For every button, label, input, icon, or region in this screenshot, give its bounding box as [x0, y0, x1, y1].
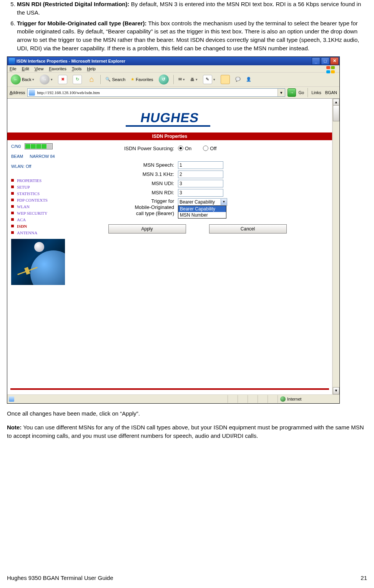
trigger-dropdown: Bearer Capability MSN Number	[178, 205, 226, 219]
search-button[interactable]: 🔍Search	[103, 76, 127, 83]
list-item-6: Trigger for Mobile-Originated call type …	[17, 19, 367, 53]
apply-button[interactable]: Apply	[108, 224, 186, 234]
list-item-5: MSN RDI (Restricted Digital Information)…	[17, 0, 367, 17]
menubar: File Edit View Favorites Tools Help	[7, 65, 339, 73]
go-button[interactable]: →	[288, 88, 296, 97]
address-input-wrap[interactable]: ▾	[27, 88, 285, 97]
bullet-icon	[11, 192, 14, 195]
satellite-image	[11, 239, 65, 285]
zone-label: Internet	[287, 397, 301, 401]
sidebar-item-setup[interactable]: SETUP	[11, 185, 69, 189]
sidebar-item-label: PROPERTIES	[17, 178, 42, 183]
webpage: HUGHES ISDN Properties C/N0 BEAM	[7, 99, 332, 394]
forward-button[interactable]: →▾	[38, 74, 55, 85]
menu-edit[interactable]: Edit	[22, 66, 29, 71]
bullet-icon	[11, 179, 14, 182]
sidebar-item-label: SETUP	[17, 185, 30, 189]
trigger-option-bearer[interactable]: Bearer Capability	[178, 206, 226, 212]
msn-speech-label: MSN Speech:	[74, 162, 178, 168]
history-button[interactable]: ↺	[157, 74, 171, 85]
back-label: Back	[22, 77, 31, 82]
messenger-button[interactable]: 👤	[244, 76, 253, 83]
bullet-icon	[11, 218, 14, 221]
trigger-select-value: Bearer Capability	[180, 199, 215, 205]
signal-bar	[25, 143, 53, 149]
address-dropdown[interactable]: ▾	[278, 89, 285, 96]
sidebar-item-aca[interactable]: ACA	[11, 217, 69, 222]
sidebar-item-wep-security[interactable]: WEP SECURITY	[11, 211, 69, 215]
after-note: Note: You can use different MSNs for any…	[7, 423, 367, 440]
trigger-label: Trigger for Mobile-Originated call type …	[74, 198, 178, 217]
favorites-button[interactable]: ★Favorites	[129, 76, 155, 83]
trig-l2: Mobile-Originated	[135, 204, 174, 210]
hughes-logo-text: HUGHES	[139, 110, 200, 125]
globe-icon	[280, 396, 286, 402]
menu-tools[interactable]: Tools	[72, 66, 82, 71]
note-lead: Note:	[7, 424, 22, 431]
scroll-thumb[interactable]	[333, 105, 339, 121]
sidebar-item-properties[interactable]: PROPERTIES	[11, 178, 69, 183]
links-label: Links	[311, 90, 321, 95]
isdn-properties-banner: ISDN Properties	[7, 133, 332, 140]
msn-31khz-label: MSN 3.1 KHz:	[74, 171, 178, 177]
radio-off[interactable]	[203, 146, 208, 151]
radio-on[interactable]	[178, 146, 183, 151]
mail-button[interactable]: ✉▾	[176, 76, 187, 83]
note-body: You can use different MSNs for any of th…	[7, 424, 364, 439]
windows-flag-icon	[326, 66, 338, 74]
sidebar-item-label: ACA	[17, 217, 26, 222]
back-button[interactable]: ←Back▾	[9, 74, 36, 85]
msn-speech-input[interactable]	[178, 161, 223, 169]
msn-udi-input[interactable]	[178, 180, 223, 187]
item6-lead: Trigger for Mobile-Originated call type …	[17, 20, 147, 27]
sidebar-item-isdn[interactable]: ISDN	[11, 224, 69, 229]
footer-left: Hughes 9350 BGAN Terminal User Guide	[7, 575, 113, 581]
sidebar-item-pdp-contexts[interactable]: PDP CONTEXTS	[11, 198, 69, 202]
minimize-button[interactable]: _	[312, 57, 320, 65]
vertical-scrollbar[interactable]: ▲ ▼	[332, 99, 339, 394]
cancel-button[interactable]: Cancel	[209, 224, 287, 234]
menu-help[interactable]: Help	[87, 66, 96, 71]
item5-lead: MSN RDI (Restricted Digital Information)…	[17, 1, 130, 7]
link-bgan-label: BGAN	[325, 90, 337, 95]
menu-file[interactable]: File	[10, 66, 17, 71]
beam-label: BEAM	[11, 154, 23, 159]
home-button[interactable]: ⌂	[85, 75, 98, 84]
msn-udi-label: MSN UDI:	[74, 181, 178, 186]
sidebar-item-label: WEP SECURITY	[17, 211, 47, 215]
bullet-icon	[11, 212, 14, 214]
sidebar-item-label: STATISTICS	[17, 191, 40, 196]
edit-button[interactable]: ✎▾	[201, 74, 217, 85]
menu-favorites[interactable]: Favorites	[49, 66, 66, 71]
address-label: Address	[10, 90, 25, 95]
close-button[interactable]: ✕	[330, 57, 339, 65]
refresh-button[interactable]: ↻	[71, 74, 84, 85]
search-label: Search	[112, 77, 125, 82]
url-input[interactable]	[36, 90, 278, 95]
stop-button[interactable]: ✖	[56, 74, 69, 85]
sidebar-item-antenna[interactable]: ANTENNA	[11, 230, 69, 235]
msn-rdi-input[interactable]	[178, 189, 223, 197]
folder-button[interactable]	[219, 74, 232, 85]
footer-right: 21	[361, 575, 367, 581]
red-divider	[10, 388, 329, 390]
trigger-select[interactable]: Bearer Capability ▼	[178, 198, 227, 206]
sidebar-item-wlan[interactable]: WLAN	[11, 204, 69, 209]
numbered-list: MSN RDI (Restricted Digital Information)…	[7, 0, 367, 53]
trigger-option-msn[interactable]: MSN Number	[178, 212, 226, 218]
msn-31khz-input[interactable]	[178, 171, 223, 178]
go-label: Go	[298, 90, 304, 95]
scroll-down-arrow[interactable]: ▼	[333, 387, 339, 394]
page-footer: Hughes 9350 BGAN Terminal User Guide 21	[7, 575, 367, 581]
nav-list: PROPERTIESSETUPSTATISTICSPDP CONTEXTSWLA…	[11, 178, 69, 235]
bullet-icon	[11, 225, 14, 227]
print-button[interactable]: 🖶▾	[188, 76, 199, 83]
menu-view[interactable]: View	[35, 66, 44, 71]
sidebar-item-label: WLAN	[17, 204, 30, 209]
after-p1: Once all changes have been made, click o…	[7, 409, 367, 418]
maximize-button[interactable]: □	[321, 57, 329, 65]
sidebar-item-statistics[interactable]: STATISTICS	[11, 191, 69, 196]
discuss-button[interactable]: 💬	[233, 76, 243, 83]
hughes-logo: HUGHES	[126, 110, 214, 127]
link-bgan[interactable]: BGAN	[324, 90, 337, 95]
